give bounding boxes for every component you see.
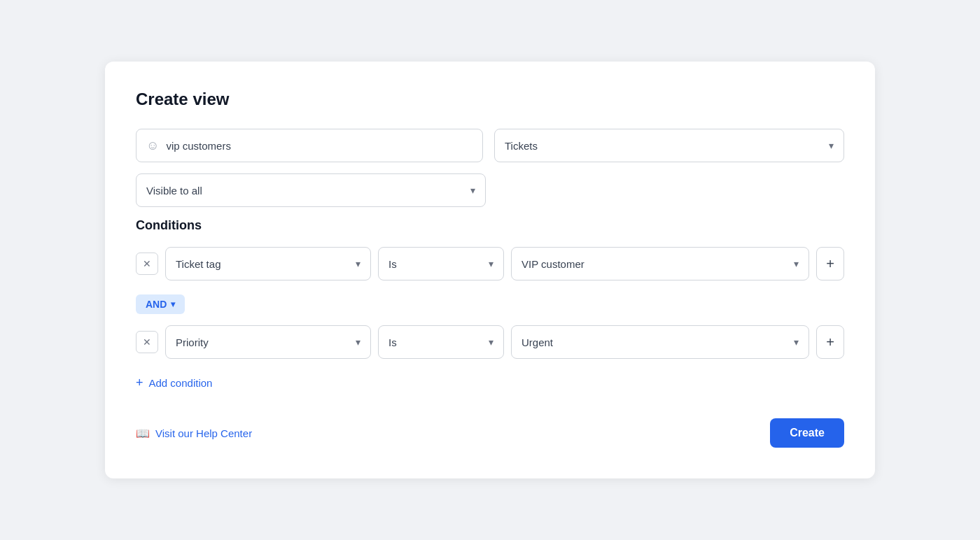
condition-1-field-select[interactable]: Ticket tag ▾	[165, 247, 371, 280]
condition-1-value-label: VIP customer	[522, 258, 584, 270]
condition-1-value-chevron: ▾	[794, 258, 799, 269]
condition-1-field-chevron: ▾	[356, 258, 360, 269]
add-condition-label: Add condition	[149, 377, 213, 389]
close-icon-2: ✕	[143, 336, 151, 348]
condition-2-value-label: Urgent	[522, 336, 553, 348]
plus-icon-1: +	[826, 256, 834, 272]
view-name-field[interactable]: ☺	[136, 129, 483, 162]
create-button[interactable]: Create	[770, 418, 844, 448]
remove-condition-1-button[interactable]: ✕	[136, 253, 158, 275]
view-name-input[interactable]	[166, 140, 472, 152]
type-select[interactable]: Tickets ▾	[494, 129, 844, 162]
condition-1-field-label: Ticket tag	[176, 258, 220, 270]
and-chevron-icon: ▾	[171, 299, 175, 309]
modal-footer: 📖 Visit our Help Center Create	[136, 418, 844, 448]
condition-row-1: ✕ Ticket tag ▾ Is ▾ VIP customer ▾ +	[136, 247, 844, 280]
add-condition-plus-icon: +	[136, 376, 144, 390]
help-center-label: Visit our Help Center	[155, 427, 252, 439]
modal-title: Create view	[136, 90, 844, 109]
condition-row-2: ✕ Priority ▾ Is ▾ Urgent ▾ +	[136, 325, 844, 359]
condition-2-value-select[interactable]: Urgent ▾	[511, 325, 809, 359]
condition-2-field-chevron: ▾	[356, 336, 360, 348]
create-view-modal: Create view ☺ Tickets ▾ Visible to all ▾…	[105, 62, 875, 478]
add-condition-1-button[interactable]: +	[816, 247, 844, 280]
remove-condition-2-button[interactable]: ✕	[136, 331, 158, 353]
close-icon-1: ✕	[143, 258, 151, 269]
help-center-link[interactable]: 📖 Visit our Help Center	[136, 427, 252, 440]
and-label: AND	[146, 299, 167, 310]
name-type-row: ☺ Tickets ▾	[136, 129, 844, 162]
condition-2-operator-select[interactable]: Is ▾	[378, 325, 504, 359]
condition-2-operator-label: Is	[388, 336, 397, 348]
conditions-title: Conditions	[136, 218, 844, 233]
condition-1-operator-label: Is	[388, 258, 397, 270]
type-select-chevron: ▾	[829, 140, 834, 151]
add-condition-link[interactable]: + Add condition	[136, 376, 212, 390]
add-condition-2-button[interactable]: +	[816, 325, 844, 359]
visibility-row: Visible to all ▾	[136, 173, 844, 207]
and-operator-badge[interactable]: AND ▾	[136, 294, 185, 314]
condition-1-operator-chevron: ▾	[489, 258, 493, 269]
book-icon: 📖	[136, 427, 150, 440]
plus-icon-2: +	[826, 334, 834, 350]
condition-1-operator-select[interactable]: Is ▾	[378, 247, 504, 280]
type-select-label: Tickets	[505, 140, 538, 152]
condition-1-value-select[interactable]: VIP customer ▾	[511, 247, 809, 280]
visibility-select-label: Visible to all	[146, 185, 202, 197]
condition-2-field-label: Priority	[176, 336, 209, 348]
smiley-icon: ☺	[146, 138, 159, 153]
condition-2-operator-chevron: ▾	[489, 336, 493, 348]
condition-2-value-chevron: ▾	[794, 336, 799, 348]
visibility-select[interactable]: Visible to all ▾	[136, 173, 486, 207]
condition-2-field-select[interactable]: Priority ▾	[165, 325, 371, 359]
visibility-select-chevron: ▾	[470, 185, 475, 196]
